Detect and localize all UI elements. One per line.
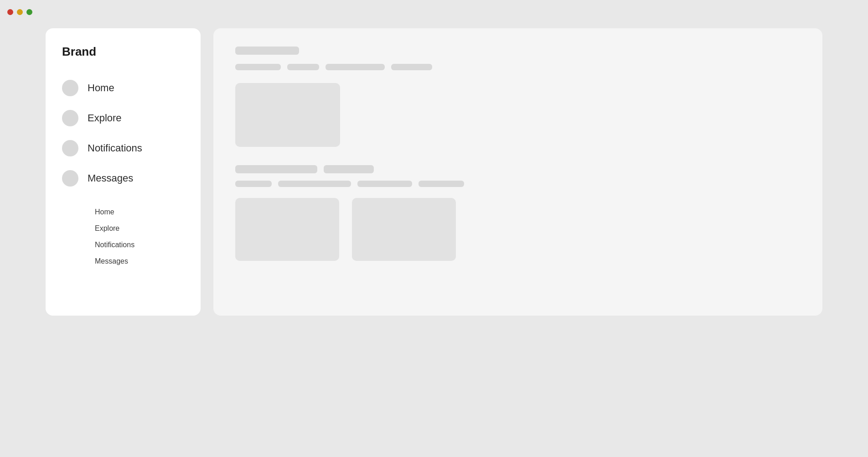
skeleton-image-large — [235, 83, 340, 147]
skeleton-row-1 — [235, 165, 801, 173]
home-icon — [62, 80, 78, 96]
overlay-menu: Home Explore Notifications Messages — [95, 204, 134, 270]
skeleton-image-medium-1 — [235, 198, 339, 261]
skeleton-image-row — [235, 198, 801, 261]
skeleton-tags — [235, 64, 801, 70]
content-section-1 — [235, 47, 801, 147]
messages-label: Messages — [88, 172, 133, 184]
close-button[interactable] — [7, 9, 13, 15]
overlay-item-home[interactable]: Home — [95, 204, 134, 220]
skeleton-s2t2 — [324, 165, 374, 173]
overlay-item-notifications[interactable]: Notifications — [95, 237, 134, 253]
notifications-icon — [62, 140, 78, 156]
messages-icon — [62, 170, 78, 187]
skeleton-tag-4 — [391, 64, 432, 70]
sidebar-item-messages[interactable]: Messages — [62, 166, 184, 191]
notifications-label: Notifications — [88, 142, 142, 154]
skeleton-s2r2c — [357, 181, 412, 187]
sidebar-card: Brand Home Explore Notifications Message… — [46, 28, 201, 316]
skeleton-s2r2d — [418, 181, 464, 187]
main-area: Brand Home Explore Notifications Message… — [0, 28, 868, 334]
minimize-button[interactable] — [17, 9, 23, 15]
home-label: Home — [88, 82, 114, 94]
skeleton-image-medium-2 — [352, 198, 456, 261]
skeleton-s2t1 — [235, 165, 317, 173]
skeleton-s2r2b — [278, 181, 351, 187]
content-section-2 — [235, 165, 801, 261]
brand-title: Brand — [62, 45, 184, 59]
nav-list: Home Explore Notifications Messages — [62, 75, 184, 191]
skeleton-title-1 — [235, 47, 299, 55]
overlay-item-explore[interactable]: Explore — [95, 220, 134, 237]
sidebar-item-home[interactable]: Home — [62, 75, 184, 101]
maximize-button[interactable] — [26, 9, 32, 15]
skeleton-tag-2 — [287, 64, 319, 70]
explore-label: Explore — [88, 112, 122, 124]
skeleton-tag-1 — [235, 64, 281, 70]
content-card — [213, 28, 822, 316]
sidebar-item-notifications[interactable]: Notifications — [62, 135, 184, 161]
skeleton-s2r2a — [235, 181, 272, 187]
titlebar — [0, 0, 868, 24]
sidebar-item-explore[interactable]: Explore — [62, 105, 184, 131]
skeleton-row-2 — [235, 181, 801, 187]
skeleton-tag-3 — [326, 64, 385, 70]
overlay-item-messages[interactable]: Messages — [95, 253, 134, 270]
explore-icon — [62, 110, 78, 126]
